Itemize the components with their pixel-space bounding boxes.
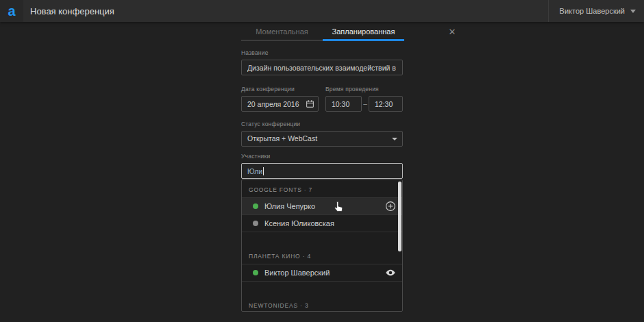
presence-dot-icon bbox=[253, 203, 258, 209]
suggestion-group: NEWTONIDEAS · 3 Юлия Кравчук bbox=[242, 296, 402, 312]
datetime-field-group: Дата конференции Время проведения – bbox=[241, 86, 403, 112]
time-label: Время проведения bbox=[325, 86, 379, 92]
tab-scheduled[interactable]: Запланированная bbox=[323, 25, 404, 41]
user-name: Виктор Шаверский bbox=[560, 7, 625, 15]
status-selected-value: Открытая + WebCast bbox=[241, 131, 403, 147]
suggestion-name: Виктор Шаверский bbox=[264, 269, 330, 277]
presence-dot-icon bbox=[253, 221, 258, 226]
text-caret bbox=[263, 167, 264, 175]
dropdown-scrollbar[interactable] bbox=[397, 181, 401, 312]
add-participant-icon[interactable] bbox=[385, 201, 396, 212]
participants-input[interactable]: Юли bbox=[241, 163, 403, 179]
group-label: GOOGLE FONTS · 7 bbox=[242, 180, 402, 198]
time-end-input[interactable] bbox=[369, 96, 403, 112]
suggestion-name: Ксения Юликовская bbox=[264, 219, 334, 227]
participants-suggestions-dropdown: GOOGLE FONTS · 7 Юлия Чепурко Ксения Юли… bbox=[241, 179, 403, 312]
chevron-down-icon bbox=[630, 10, 636, 13]
suggestion-group: ПЛАНЕТА КИНО · 4 Виктор Шаверский bbox=[242, 247, 402, 282]
participants-label: Участники bbox=[241, 153, 403, 160]
scrollbar-thumb[interactable] bbox=[398, 182, 401, 251]
page-title: Новая конференция bbox=[30, 6, 114, 16]
user-menu[interactable]: Виктор Шаверский bbox=[548, 0, 644, 22]
conference-type-tabs: Моментальная Запланированная bbox=[241, 25, 404, 41]
app-logo[interactable]: a bbox=[0, 0, 23, 22]
status-label: Статус конференции bbox=[241, 121, 403, 127]
time-start-input[interactable] bbox=[325, 96, 362, 112]
suggestion-group: GOOGLE FONTS · 7 Юлия Чепурко Ксения Юли… bbox=[242, 180, 402, 232]
suggestion-item[interactable]: Ксения Юликовская bbox=[242, 215, 402, 232]
app-header: a Новая конференция Виктор Шаверский bbox=[0, 0, 644, 22]
logo-letter: a bbox=[8, 4, 15, 18]
watching-eye-icon bbox=[385, 267, 396, 278]
date-label: Дата конференции bbox=[241, 86, 325, 92]
close-icon[interactable]: ✕ bbox=[445, 25, 459, 39]
suggestion-name: Юлия Чепурко bbox=[264, 202, 315, 210]
name-field-group: Название bbox=[241, 49, 403, 75]
group-label: NEWTONIDEAS · 3 bbox=[242, 296, 402, 312]
group-label: ПЛАНЕТА КИНО · 4 bbox=[242, 247, 402, 264]
name-label: Название bbox=[241, 49, 403, 56]
tab-instant[interactable]: Моментальная bbox=[241, 25, 323, 41]
new-conference-screen: { "header": { "logo_letter": "a", "title… bbox=[0, 0, 644, 322]
suggestion-item[interactable]: Юлия Чепурко bbox=[242, 198, 402, 215]
suggestion-item[interactable]: Виктор Шаверский bbox=[242, 264, 402, 282]
participants-typed-text: Юли bbox=[247, 167, 262, 175]
status-field-group: Статус конференции Открытая + WebCast bbox=[241, 121, 403, 147]
conference-date-input[interactable] bbox=[241, 96, 319, 112]
presence-dot-icon bbox=[253, 270, 258, 275]
participants-field-group: Участники Юли bbox=[241, 153, 403, 179]
time-range-separator: – bbox=[362, 96, 369, 112]
conference-name-input[interactable] bbox=[241, 60, 403, 75]
status-select[interactable]: Открытая + WebCast bbox=[241, 131, 403, 147]
